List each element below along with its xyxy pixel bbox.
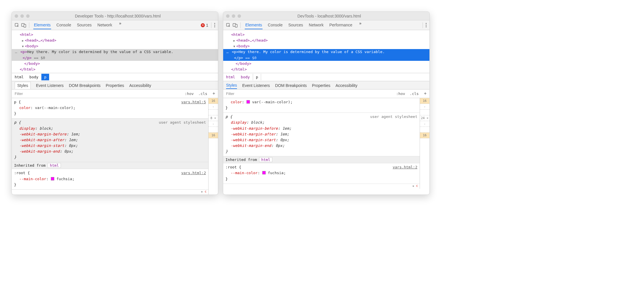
add-rule-button[interactable]: +	[421, 91, 429, 96]
hov-toggle[interactable]: :hov	[394, 92, 407, 96]
rule-source-link[interactable]: vars.html:2	[181, 170, 206, 176]
separator	[211, 22, 211, 28]
styles-panel: vars.html:5 p { color: var(--main-color)…	[12, 98, 218, 195]
tab-sources[interactable]: Sources	[76, 21, 92, 29]
crumb-p[interactable]: p	[41, 74, 49, 80]
device-toggle-icon[interactable]	[20, 22, 27, 29]
inherited-tag-chip[interactable]: html	[48, 163, 61, 168]
panel-tabs: Elements Console Sources Network Perform…	[245, 21, 421, 29]
crumb-body[interactable]: body	[26, 74, 41, 80]
styles-panel: color: var(--main-color); } user agent s…	[223, 98, 429, 189]
rule-selector[interactable]: p {	[14, 99, 206, 105]
titlebar[interactable]: Developer Tools - http://localhost:3000/…	[12, 12, 218, 20]
kebab-menu-icon[interactable]	[213, 22, 216, 28]
cls-toggle[interactable]: .cls	[407, 92, 421, 96]
collapse-icon[interactable]	[22, 43, 25, 49]
prop-value[interactable]: var(--main-color)	[35, 106, 73, 110]
style-rule-p-useragent[interactable]: user agent stylesheet p { display: block…	[12, 118, 208, 162]
crumb-body[interactable]: body	[238, 74, 252, 80]
minimize-icon[interactable]	[232, 14, 235, 18]
expand-icon[interactable]	[233, 38, 236, 43]
dom-node-body-close[interactable]: </body>	[223, 61, 429, 67]
subtab-dom-breakpoints[interactable]: DOM Breakpoints	[275, 82, 307, 89]
inherited-tag-chip[interactable]: html	[259, 157, 272, 162]
inspect-icon[interactable]	[14, 22, 20, 29]
panel-tabs: Elements Console Sources Network »	[33, 21, 201, 29]
minimize-icon[interactable]	[20, 14, 24, 18]
prop-name[interactable]: color	[19, 106, 30, 110]
collapse-icon[interactable]	[233, 43, 236, 49]
subtab-accessibility[interactable]: Accessibility	[336, 82, 357, 89]
color-swatch-icon[interactable]	[262, 171, 266, 174]
filter-input[interactable]: Filter	[12, 92, 182, 96]
tab-sources[interactable]: Sources	[288, 21, 304, 29]
zoom-icon[interactable]	[238, 14, 241, 18]
expand-icon[interactable]	[22, 38, 25, 43]
rule-source-link[interactable]: vars.html:2	[393, 164, 417, 170]
zoom-icon[interactable]	[26, 14, 30, 18]
subtab-event-listeners[interactable]: Event Listeners	[242, 82, 270, 89]
crumb-p[interactable]: p	[253, 74, 261, 80]
rule-selector[interactable]: :root {	[14, 170, 206, 176]
box-model-ruler[interactable]: 16 - 24 × - 16	[420, 98, 429, 189]
dom-node-body[interactable]: <body>	[12, 43, 218, 49]
subtab-properties[interactable]: Properties	[106, 82, 124, 89]
subtab-styles[interactable]: Styles	[226, 81, 237, 89]
devtools-window-right: DevTools - localhost:3000/vars.html Elem…	[223, 11, 430, 195]
kebab-menu-icon[interactable]	[425, 22, 428, 28]
titlebar[interactable]: DevTools - localhost:3000/vars.html	[223, 12, 429, 20]
tab-performance[interactable]: Performance	[329, 21, 353, 29]
subtab-dom-breakpoints[interactable]: DOM Breakpoints	[69, 82, 101, 89]
rule-source-link[interactable]: vars.html:5	[181, 99, 206, 105]
selected-gutter-icon: …	[12, 49, 20, 61]
subtab-event-listeners[interactable]: Event Listeners	[36, 82, 64, 89]
style-rule-p-author[interactable]: color: var(--main-color); }	[223, 98, 420, 113]
window-traffic-lights[interactable]	[15, 14, 30, 18]
crumb-html[interactable]: html	[223, 74, 238, 80]
filter-input[interactable]: Filter	[223, 92, 394, 96]
styles-filter-bar: Filter :hov .cls +	[12, 90, 218, 98]
subtab-accessibility[interactable]: Accessibility	[129, 82, 151, 89]
style-rule-p-useragent[interactable]: user agent stylesheet p { display: block…	[223, 113, 420, 156]
tabs-overflow-icon[interactable]: »	[119, 21, 121, 29]
dom-node-head[interactable]: <head>…</head>	[223, 38, 429, 43]
subtab-styles[interactable]: Styles	[15, 82, 31, 89]
dom-node-body-close[interactable]: </body>	[12, 61, 218, 67]
window-traffic-lights[interactable]	[226, 14, 241, 18]
crumb-html[interactable]: html	[12, 74, 26, 80]
cls-toggle[interactable]: .cls	[196, 92, 209, 96]
dom-tree[interactable]: <html> <head>…</head> <body> … <p>Hey th…	[12, 30, 218, 73]
tab-network[interactable]: Network	[97, 21, 113, 29]
box-model-ruler[interactable]: 16 - 8 × - 16	[208, 98, 218, 195]
dom-node-body[interactable]: <body>	[223, 43, 429, 49]
inherited-from-label: Inherited from html	[12, 162, 208, 169]
tab-network[interactable]: Network	[308, 21, 324, 29]
dom-node-html[interactable]: <html>	[223, 32, 429, 38]
style-rule-p-author[interactable]: vars.html:5 p { color: var(--main-color)…	[12, 98, 208, 118]
dom-node-html[interactable]: <html>	[12, 32, 218, 38]
error-count-badge[interactable]: ✕ 1	[201, 23, 208, 28]
dom-node-p-selected[interactable]: … <p>Hey there. My color is determined b…	[12, 49, 218, 61]
color-swatch-icon[interactable]	[51, 177, 54, 180]
add-rule-button[interactable]: +	[210, 91, 218, 96]
close-icon[interactable]	[15, 14, 18, 18]
svg-rect-5	[235, 24, 237, 27]
color-swatch-icon[interactable]	[246, 100, 250, 104]
tabs-overflow-icon[interactable]: »	[359, 21, 362, 29]
dom-node-html-close[interactable]: </html>	[12, 67, 218, 72]
tab-console[interactable]: Console	[56, 21, 72, 29]
tab-elements[interactable]: Elements	[33, 21, 51, 29]
style-rule-root[interactable]: vars.html:2 :root { --main-color: fuchsi…	[223, 163, 420, 184]
dom-node-p-selected[interactable]: … <p>Hey there. My color is determined b…	[223, 49, 429, 61]
subtab-properties[interactable]: Properties	[312, 82, 330, 89]
dom-node-head[interactable]: <head>…</head>	[12, 38, 218, 43]
inspect-icon[interactable]	[225, 22, 232, 29]
device-toggle-icon[interactable]	[232, 22, 239, 29]
close-icon[interactable]	[226, 14, 230, 18]
dom-node-html-close[interactable]: </html>	[223, 67, 429, 72]
hov-toggle[interactable]: :hov	[182, 92, 196, 96]
tab-elements[interactable]: Elements	[245, 21, 263, 29]
style-rule-root[interactable]: vars.html:2 :root { --main-color: fuchsi…	[12, 169, 208, 189]
tab-console[interactable]: Console	[267, 21, 283, 29]
dom-tree[interactable]: <html> <head>…</head> <body> … <p>Hey th…	[223, 30, 429, 73]
